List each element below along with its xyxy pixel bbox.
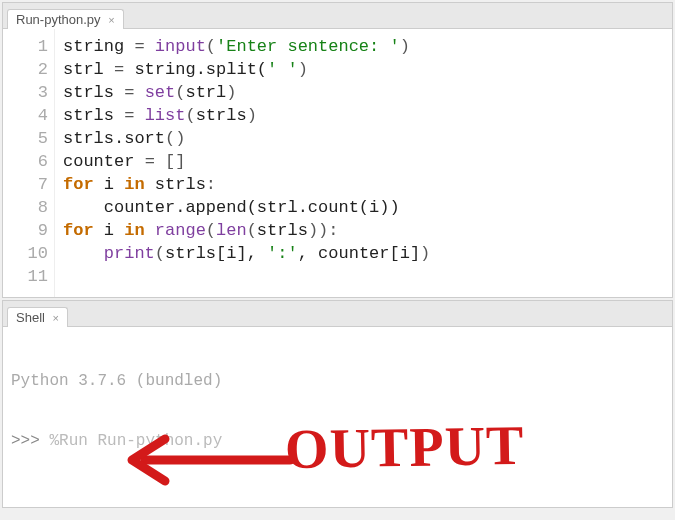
line-number: 11 [3, 265, 48, 288]
line-number: 4 [3, 104, 48, 127]
line-number: 1 [3, 35, 48, 58]
python-version: Python 3.7.6 (bundled) [11, 371, 664, 391]
code-line[interactable]: for i in range(len(strls)): [63, 219, 430, 242]
shell-run-line: >>> %Run Run-python.py [11, 431, 664, 451]
line-number: 5 [3, 127, 48, 150]
code-line[interactable]: counter.append(strl.count(i)) [63, 196, 430, 219]
line-number: 7 [3, 173, 48, 196]
line-number: 2 [3, 58, 48, 81]
shell-area[interactable]: Python 3.7.6 (bundled) >>> %Run Run-pyth… [3, 327, 672, 507]
line-number: 6 [3, 150, 48, 173]
line-number: 9 [3, 219, 48, 242]
shell-prompt: >>> [11, 432, 40, 450]
line-number-gutter: 1234567891011 [3, 29, 55, 297]
editor-tab-label: Run-python.py [16, 12, 101, 27]
shell-panel: Shell × Python 3.7.6 (bundled) >>> %Run … [2, 300, 673, 508]
editor-tab[interactable]: Run-python.py × [7, 9, 124, 29]
code-line[interactable]: strls = set(strl) [63, 81, 430, 104]
code-content[interactable]: string = input('Enter sentence: ')strl =… [55, 29, 430, 297]
editor-tab-bar: Run-python.py × [3, 3, 672, 29]
line-number: 8 [3, 196, 48, 219]
close-icon[interactable]: × [108, 14, 114, 26]
code-line[interactable]: for i in strls: [63, 173, 430, 196]
shell-tab[interactable]: Shell × [7, 307, 68, 327]
line-number: 10 [3, 242, 48, 265]
code-line[interactable]: print(strls[i], ':', counter[i]) [63, 242, 430, 265]
code-line[interactable]: strls = list(strls) [63, 104, 430, 127]
close-icon[interactable]: × [53, 312, 59, 324]
editor-panel: Run-python.py × 1234567891011 string = i… [2, 2, 673, 298]
code-area[interactable]: 1234567891011 string = input('Enter sent… [3, 29, 672, 297]
code-line[interactable]: counter = [] [63, 150, 430, 173]
shell-run-cmd: %Run Run-python.py [49, 432, 222, 450]
shell-tab-bar: Shell × [3, 301, 672, 327]
line-number: 3 [3, 81, 48, 104]
code-line[interactable]: string = input('Enter sentence: ') [63, 35, 430, 58]
code-line[interactable]: strl = string.split(' ') [63, 58, 430, 81]
shell-tab-label: Shell [16, 310, 45, 325]
code-line[interactable]: strls.sort() [63, 127, 430, 150]
